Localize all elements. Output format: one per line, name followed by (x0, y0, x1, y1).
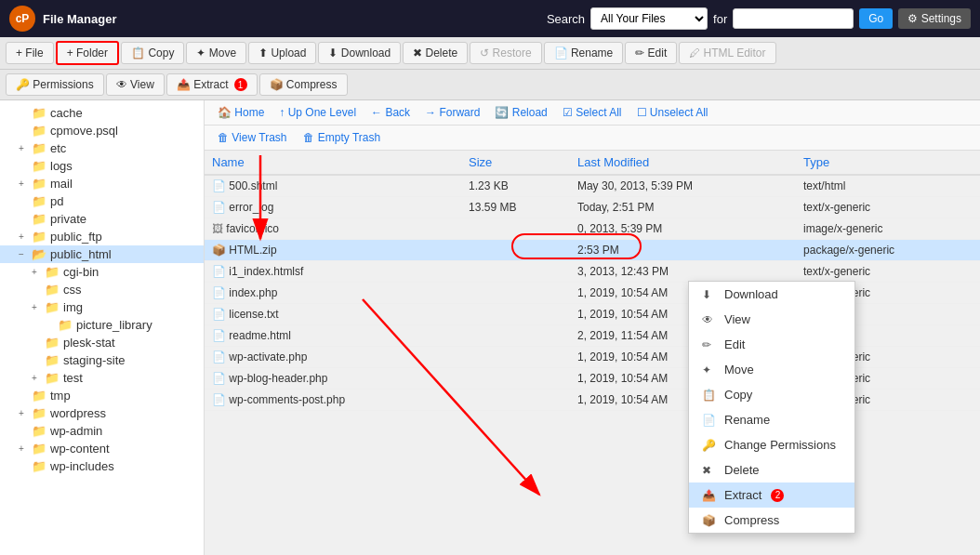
upload-btn[interactable]: ⬆ Upload (248, 42, 316, 64)
ctx-copy[interactable]: 📋 Copy (689, 382, 854, 407)
table-row[interactable]: 📄 license.txt 1, 2019, 10:54 AM text/pla… (205, 304, 980, 325)
table-row[interactable]: 📄 wp-comments-post.php 1, 2019, 10:54 AM… (205, 390, 980, 411)
extract-badge: 1 (234, 78, 247, 91)
sidebar-item-cache[interactable]: 📁cache (0, 104, 204, 122)
ctx-download[interactable]: ⬇ Download (689, 282, 854, 307)
search-scope-select[interactable]: All Your Files Current Directory (590, 7, 708, 30)
ctx-delete[interactable]: ✖ Delete (689, 457, 854, 482)
sidebar: 📁cache 📁cpmove.psql +📁etc 📁logs +📁mail 📁… (0, 100, 205, 555)
sidebar-item-wp-includes[interactable]: 📁wp-includes (0, 457, 204, 475)
table-row[interactable]: 📄 index.php 1, 2019, 10:54 AM text/x-gen… (205, 283, 980, 304)
ctx-compress[interactable]: 📦 Compress (689, 508, 854, 533)
file-type: text/html (796, 175, 980, 197)
sidebar-item-staging-site[interactable]: 📁staging-site (0, 351, 204, 369)
compress-btn[interactable]: 📦 Compress (259, 73, 348, 96)
view-trash-btn[interactable]: 🗑 View Trash (212, 129, 292, 146)
top-bar: cP File Manager Search All Your Files Cu… (0, 0, 980, 37)
sidebar-item-wp-admin[interactable]: 📁wp-admin (0, 422, 204, 440)
reload-btn[interactable]: 🔄 Reload (489, 104, 552, 121)
sidebar-item-tmp[interactable]: 📁tmp (0, 387, 204, 404)
search-input[interactable] (733, 8, 854, 29)
settings-button[interactable]: ⚙ Settings (898, 8, 971, 29)
up-one-level-btn[interactable]: ↑ Up One Level (273, 104, 362, 121)
edit-btn[interactable]: ✏ Edit (625, 42, 677, 64)
ctx-extract[interactable]: 📤 Extract 2 (689, 482, 854, 508)
file-size (461, 368, 570, 390)
sidebar-item-etc[interactable]: +📁etc (0, 139, 204, 157)
forward-btn[interactable]: → Forward (419, 104, 485, 121)
select-all-btn[interactable]: ☑ Select All (557, 104, 628, 121)
ctx-rename[interactable]: 📄 Rename (689, 407, 854, 432)
sidebar-item-logs[interactable]: 📁logs (0, 157, 204, 175)
html-editor-btn[interactable]: 🖊 HTML Editor (679, 42, 775, 64)
ctx-move[interactable]: ✦ Move (689, 357, 854, 382)
search-label: Search (547, 12, 585, 26)
file-modified: 0, 2013, 5:39 PM (570, 218, 796, 240)
file-name: 📄 readme.html (205, 325, 461, 347)
sidebar-item-img[interactable]: +📁img (0, 298, 204, 316)
app-logo: cP File Manager (9, 6, 116, 32)
main-content: 📁cache 📁cpmove.psql +📁etc 📁logs +📁mail 📁… (0, 100, 980, 555)
table-row[interactable]: 🖼 favicon.ico 0, 2013, 5:39 PM image/x-g… (205, 218, 980, 240)
file-btn[interactable]: + File (6, 42, 54, 64)
file-type: text/x-generic (796, 197, 980, 218)
file-name: 📄 i1_index.htmlsf (205, 261, 461, 283)
sidebar-item-private[interactable]: 📁private (0, 210, 204, 228)
file-size (461, 283, 570, 304)
file-size (461, 240, 570, 261)
table-row[interactable]: 📄 error_log 13.59 MB Today, 2:51 PM text… (205, 197, 980, 218)
go-button[interactable]: Go (859, 8, 893, 29)
download-btn[interactable]: ⬇ Download (318, 42, 401, 64)
col-modified[interactable]: Last Modified (570, 151, 796, 175)
cpanel-icon: cP (9, 6, 35, 32)
main-toolbar: + File + Folder 📋 Copy ✦ Move ⬆ Upload ⬇… (0, 37, 980, 70)
unselect-all-btn[interactable]: ☐ Unselect All (631, 104, 714, 121)
file-type: package/x-generic (796, 240, 980, 261)
home-btn[interactable]: 🏠 Home (212, 104, 270, 121)
col-size[interactable]: Size (461, 151, 570, 175)
table-row[interactable]: 📄 readme.html 2, 2019, 11:54 AM text/htm… (205, 325, 980, 347)
file-name: 📄 license.txt (205, 304, 461, 325)
table-row[interactable]: 📄 wp-activate.php 1, 2019, 10:54 AM text… (205, 347, 980, 368)
context-menu: ⬇ Download 👁 View ✏ Edit ✦ Move 📋 Copy 📄… (688, 281, 855, 534)
sidebar-item-test[interactable]: +📁test (0, 369, 204, 387)
file-size (461, 325, 570, 347)
action-bar: 🗑 View Trash 🗑 Empty Trash (205, 126, 980, 151)
sidebar-item-picture-library[interactable]: 📁picture_library (0, 316, 204, 334)
table-row[interactable]: 📄 wp-blog-header.php 1, 2019, 10:54 AM t… (205, 368, 980, 390)
table-row-html-zip[interactable]: 📦 HTML.zip 2:53 PM package/x-generic (205, 240, 980, 261)
file-size (461, 218, 570, 240)
sidebar-item-plesk-stat[interactable]: 📁plesk-stat (0, 334, 204, 351)
sidebar-item-wp-content[interactable]: +📁wp-content (0, 440, 204, 457)
table-row[interactable]: 📄 500.shtml 1.23 KB May 30, 2013, 5:39 P… (205, 175, 980, 197)
ctx-edit[interactable]: ✏ Edit (689, 332, 854, 357)
sidebar-item-public-html[interactable]: −📂public_html (0, 245, 204, 263)
folder-btn[interactable]: + Folder (56, 41, 119, 65)
delete-btn[interactable]: ✖ Delete (403, 42, 468, 64)
sidebar-item-cgi-bin[interactable]: +📁cgi-bin (0, 263, 204, 281)
file-name: 📦 HTML.zip (205, 240, 461, 261)
back-btn[interactable]: ← Back (365, 104, 416, 121)
extract-btn[interactable]: 📤 Extract 1 (166, 73, 258, 96)
file-area: 🏠 Home ↑ Up One Level ← Back → Forward 🔄… (205, 100, 980, 555)
col-type[interactable]: Type (796, 151, 980, 175)
sidebar-item-pd[interactable]: 📁pd (0, 192, 204, 210)
sidebar-item-wordpress[interactable]: +📁wordpress (0, 404, 204, 422)
ctx-view[interactable]: 👁 View (689, 307, 854, 332)
empty-trash-btn[interactable]: 🗑 Empty Trash (298, 129, 386, 146)
sidebar-item-mail[interactable]: +📁mail (0, 175, 204, 192)
sidebar-item-css[interactable]: 📁css (0, 281, 204, 298)
rename-btn[interactable]: 📄 Rename (544, 42, 624, 64)
table-row[interactable]: 📄 i1_index.htmlsf 3, 2013, 12:43 PM text… (205, 261, 980, 283)
file-name: 📄 error_log (205, 197, 461, 218)
restore-btn[interactable]: ↺ Restore (470, 42, 541, 64)
ctx-change-permissions[interactable]: 🔑 Change Permissions (689, 432, 854, 457)
copy-btn[interactable]: 📋 Copy (121, 42, 184, 64)
sidebar-item-public-ftp[interactable]: +📁public_ftp (0, 228, 204, 245)
file-name: 📄 wp-blog-header.php (205, 368, 461, 390)
sidebar-item-cpmove[interactable]: 📁cpmove.psql (0, 122, 204, 139)
move-btn[interactable]: ✦ Move (186, 42, 246, 64)
col-name[interactable]: Name (205, 151, 461, 175)
view-btn[interactable]: 👁 View (106, 73, 165, 96)
permissions-btn[interactable]: 🔑 Permissions (6, 73, 104, 96)
